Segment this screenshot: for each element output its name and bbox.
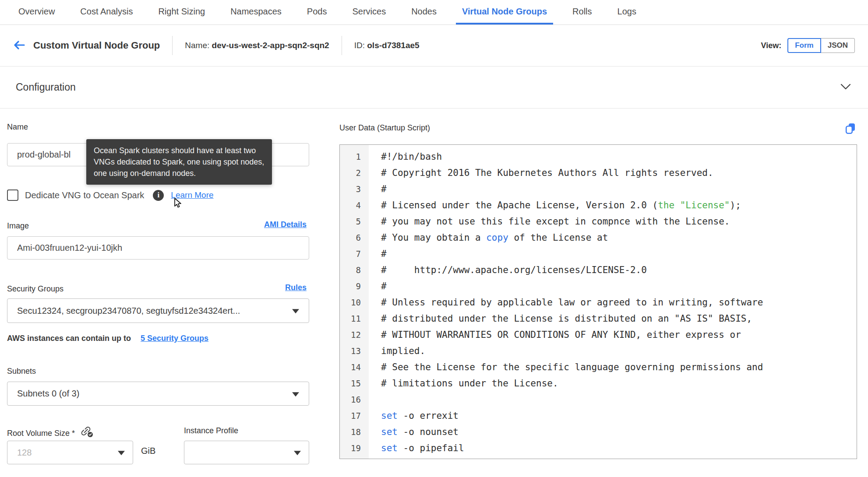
security-groups-note: AWS instances can contain up to 5 Securi… (7, 334, 208, 343)
dedicate-vng-label: Dedicate VNG to Ocean Spark (25, 190, 144, 200)
code-text: set -o nounset (369, 427, 459, 437)
code-text: set -o pipefail (369, 443, 464, 453)
vng-name-label: Name: (185, 41, 209, 50)
tooltip: Ocean Spark clusters should have at leas… (86, 139, 272, 185)
root-volume-placeholder: 128 (17, 448, 32, 458)
code-line: 13implied. (340, 343, 857, 359)
tab-label: Services (352, 7, 386, 17)
line-number: 16 (340, 395, 369, 404)
tab-logs[interactable]: Logs (611, 0, 642, 25)
dedicate-vng-checkbox[interactable] (7, 189, 18, 201)
code-line: 15# limitations under the License. (340, 375, 857, 391)
root-volume-label-row: Root Volume Size * (7, 426, 94, 440)
page-header: Custom Virtual Node Group Name: dev-us-w… (0, 25, 868, 67)
line-number: 18 (340, 427, 369, 437)
code-editor-lines: 1#!/bin/bash2# Copyright 2016 The Kubern… (340, 145, 857, 459)
code-line: 5# you may not use this file except in c… (340, 213, 857, 229)
configuration-section-header[interactable]: Configuration (0, 67, 868, 109)
line-number: 9 (340, 281, 369, 291)
vng-id-label: ID: (354, 41, 365, 50)
subnets-label: Subnets (7, 367, 36, 376)
chevron-down-icon[interactable] (840, 83, 851, 92)
page: { "colors":{"accent":"#3577e3","link":"#… (0, 0, 868, 477)
security-groups-dropdown[interactable]: Secu12324, secgroup23470870, segtuyfsd12… (7, 298, 309, 323)
copy-button[interactable] (845, 123, 856, 136)
tab-label: Right Sizing (158, 7, 205, 17)
tab-label: Virtual Node Groups (462, 7, 547, 17)
tab-nodes[interactable]: Nodes (405, 0, 443, 25)
gib-unit-label: GiB (141, 446, 155, 456)
view-form-button[interactable]: Form (787, 38, 821, 53)
instance-profile-select[interactable] (184, 441, 309, 464)
tab-services[interactable]: Services (346, 0, 392, 25)
tab-overview[interactable]: Overview (12, 0, 61, 25)
rules-link[interactable]: Rules (285, 283, 307, 292)
tab-label: Pods (307, 7, 327, 17)
code-text: # WITHOUT WARRANTIES OR CONDITIONS OF AN… (369, 330, 741, 340)
tab-right-sizing[interactable]: Right Sizing (152, 0, 211, 25)
line-number: 15 (340, 379, 369, 388)
divider (342, 36, 342, 55)
note-text: AWS instances can contain up to (7, 334, 131, 343)
tab-virtual-node-groups[interactable]: Virtual Node Groups (456, 0, 553, 25)
back-arrow-icon (13, 40, 25, 52)
code-line: 16 (340, 391, 857, 407)
ami-details-link[interactable]: AMI Details (264, 220, 307, 229)
code-text: # Licensed under the Apache License, Ver… (369, 200, 741, 210)
tab-label: Logs (617, 7, 636, 17)
code-text: implied. (369, 346, 425, 356)
code-text: # http://www.apache.org/licenses/LICENSE… (369, 265, 647, 275)
code-line: 18set -o nounset (340, 424, 857, 440)
link-icon[interactable] (81, 426, 94, 440)
code-text: # Copyright 2016 The Kubernetes Authors … (369, 168, 713, 178)
root-volume-label: Root Volume Size * (7, 429, 75, 438)
view-toggle: View: Form JSON (761, 38, 855, 53)
info-icon[interactable]: i (153, 190, 164, 201)
line-number: 17 (340, 411, 369, 421)
page-title: Custom Virtual Node Group (33, 40, 160, 51)
tab-pods[interactable]: Pods (301, 0, 333, 25)
tab-label: Namespaces (230, 7, 282, 17)
tab-label: Nodes (411, 7, 437, 17)
line-number: 14 (340, 362, 369, 372)
tab-namespaces[interactable]: Namespaces (224, 0, 288, 25)
line-number: 11 (340, 314, 369, 323)
line-number: 8 (340, 265, 369, 275)
code-line: 3# (340, 181, 857, 197)
mouse-cursor-icon (173, 198, 183, 211)
code-editor[interactable]: 1#!/bin/bash2# Copyright 2016 The Kubern… (339, 144, 857, 459)
line-number: 12 (340, 330, 369, 340)
line-number: 2 (340, 168, 369, 178)
code-text: # See the License for the specific langu… (369, 362, 763, 372)
tab-cost-analysis[interactable]: Cost Analysis (74, 0, 139, 25)
tab-label: Rolls (572, 7, 592, 17)
code-line: 6# You may obtain a copy of the License … (340, 229, 857, 246)
view-label: View: (761, 41, 782, 50)
line-number: 6 (340, 233, 369, 242)
line-number: 1 (340, 152, 369, 161)
subnets-dropdown[interactable]: Subnets 0 (of 3) (7, 382, 309, 406)
view-segmented-control: Form JSON (787, 38, 855, 53)
code-text: # limitations under the License. (369, 378, 558, 389)
user-data-panel: User Data (Startup Script) 1#!/bin/bash2… (339, 109, 857, 477)
root-volume-size-select[interactable]: 128 (7, 441, 133, 464)
code-text: set -o errexit (369, 410, 459, 421)
back-button[interactable] (13, 40, 25, 52)
tab-rolls[interactable]: Rolls (566, 0, 598, 25)
line-number: 13 (340, 346, 369, 356)
code-line: 4# Licensed under the Apache License, Ve… (340, 197, 857, 213)
dropdown-caret-icon (118, 451, 125, 455)
image-input[interactable] (7, 236, 309, 260)
vng-name-value: dev-us-west-2-app-sqn2-sqn2 (212, 41, 329, 50)
configuration-title: Configuration (16, 81, 76, 93)
copy-icon (845, 123, 856, 136)
instance-profile-label: Instance Profile (184, 426, 238, 435)
line-number: 10 (340, 298, 369, 307)
code-text: #!/bin/bash (369, 151, 442, 162)
code-line: 9# (340, 278, 857, 294)
line-number: 19 (340, 443, 369, 453)
subnets-value: Subnets 0 (of 3) (17, 389, 79, 399)
view-json-button[interactable]: JSON (821, 38, 855, 53)
security-groups-count-link[interactable]: 5 Security Groups (141, 334, 208, 343)
line-number: 3 (340, 184, 369, 194)
